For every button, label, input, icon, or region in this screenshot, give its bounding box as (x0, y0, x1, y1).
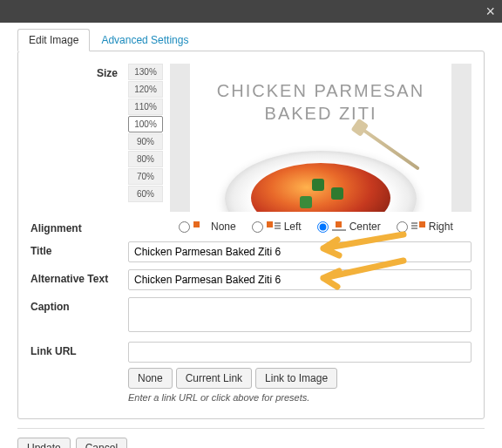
align-left-label: Left (284, 221, 302, 233)
edit-image-dialog: × Edit Image Advanced Settings Size 130%… (0, 0, 502, 448)
size-label: Size (31, 64, 128, 212)
align-right-icon (411, 221, 425, 232)
alt-text-label: Alternative Text (31, 269, 128, 290)
close-icon[interactable]: × (485, 3, 495, 21)
link-image-button[interactable]: Link to Image (255, 368, 337, 389)
size-option-80[interactable]: 80% (128, 151, 163, 167)
align-right-label: Right (429, 221, 453, 233)
align-none[interactable]: None (179, 221, 236, 233)
preview-text: CHICKEN PARMESAN BAKED ZITI (190, 79, 451, 125)
alt-text-input[interactable] (128, 269, 471, 290)
size-option-110[interactable]: 110% (128, 98, 163, 115)
size-option-90[interactable]: 90% (128, 133, 163, 150)
align-none-label: None (211, 221, 236, 233)
align-center-label: Center (349, 221, 381, 233)
size-option-100[interactable]: 100% (128, 116, 163, 132)
preview-line1: CHICKEN PARMESAN (217, 81, 424, 100)
link-url-hint: Enter a link URL or click above for pres… (128, 392, 471, 403)
align-center-icon (332, 221, 346, 232)
link-url-label: Link URL (31, 342, 128, 403)
image-preview: CHICKEN PARMESAN BAKED ZITI (170, 64, 471, 212)
size-option-60[interactable]: 60% (128, 186, 163, 202)
title-label: Title (31, 241, 128, 262)
cancel-button[interactable]: Cancel (76, 438, 127, 448)
link-current-button[interactable]: Current Link (176, 368, 252, 389)
tab-advanced-settings[interactable]: Advanced Settings (90, 29, 200, 51)
link-url-input[interactable] (128, 342, 471, 363)
alignment-options: None Left Center Right (128, 219, 471, 234)
dialog-titlebar: × (0, 0, 502, 23)
size-options: 130%120%110%100%90%80%70%60% (128, 64, 163, 212)
caption-label: Caption (31, 297, 128, 335)
align-none-icon (193, 221, 207, 232)
update-button[interactable]: Update (17, 438, 71, 448)
size-option-130[interactable]: 130% (128, 64, 163, 80)
align-center[interactable]: Center (317, 221, 381, 233)
align-right[interactable]: Right (397, 221, 453, 233)
align-left-icon (267, 221, 281, 232)
align-left[interactable]: Left (252, 221, 302, 233)
dialog-tabs: Edit Image Advanced Settings (17, 28, 502, 51)
title-input[interactable] (128, 241, 471, 262)
link-none-button[interactable]: None (128, 368, 173, 389)
dialog-footer: Update Cancel (17, 428, 485, 448)
alignment-label: Alignment (31, 219, 128, 234)
tab-edit-image[interactable]: Edit Image (17, 29, 90, 51)
caption-input[interactable] (128, 297, 471, 332)
edit-image-panel: Size 130%120%110%100%90%80%70%60% CHICKE… (17, 51, 485, 419)
size-option-120[interactable]: 120% (128, 81, 163, 98)
preview-dish-graphic (225, 142, 417, 212)
size-option-70[interactable]: 70% (128, 168, 163, 185)
